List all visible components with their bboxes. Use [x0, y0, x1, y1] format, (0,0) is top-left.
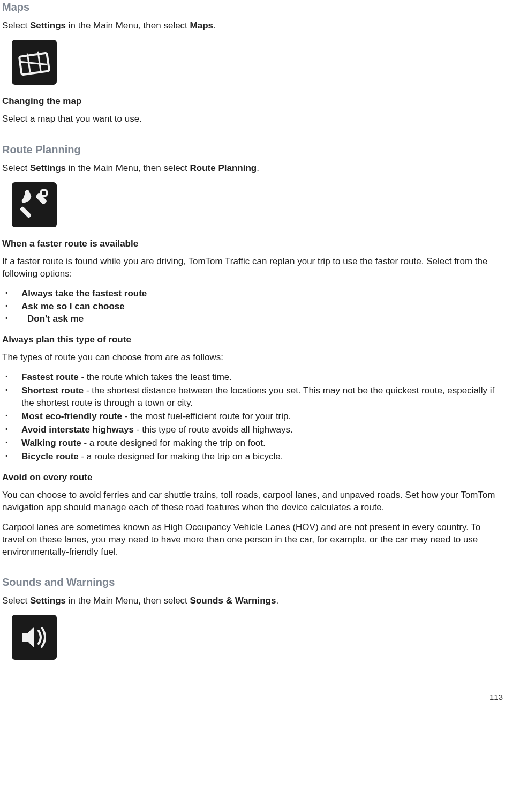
list-item: Bicycle route - a route designed for mak…	[2, 451, 503, 463]
list-item: Always take the fastest route	[2, 288, 503, 300]
route-planning-label: Route Planning	[190, 163, 257, 173]
text: .	[276, 595, 278, 606]
text: in the Main Menu, then select	[66, 20, 190, 31]
settings-label: Settings	[30, 20, 66, 31]
route-type-desc: - the route which takes the least time.	[79, 372, 232, 382]
list-item: Fastest route - the route which takes th…	[2, 371, 503, 384]
route-type-desc: - this type of route avoids all highways…	[134, 424, 293, 435]
option-label: Always take the fastest route	[21, 288, 147, 299]
avoid-paragraph-2: Carpool lanes are sometimes known as Hig…	[2, 522, 503, 558]
svg-line-3	[21, 58, 47, 69]
route-type-label: Fastest route	[21, 372, 79, 382]
always-plan-intro: The types of route you can choose from a…	[2, 352, 503, 364]
route-type-desc: - the most fuel-efficient route for your…	[122, 411, 291, 421]
text: .	[257, 163, 259, 173]
map-glyph-icon	[17, 45, 51, 79]
route-type-desc: - the shortest distance between the loca…	[21, 385, 494, 408]
list-item: Shortest route - the shortest distance b…	[2, 385, 503, 409]
route-type-label: Most eco-friendly route	[21, 411, 122, 421]
text: .	[213, 20, 216, 31]
route-type-label: Bicycle route	[21, 451, 79, 461]
svg-rect-6	[20, 206, 32, 218]
page-number: 113	[0, 671, 505, 706]
list-item: Most eco-friendly route - the most fuel-…	[2, 411, 503, 423]
faster-route-text: If a faster route is found while you are…	[2, 256, 503, 280]
avoid-heading: Avoid on every route	[2, 472, 503, 484]
list-item: Ask me so I can choose	[2, 301, 503, 313]
settings-label: Settings	[30, 163, 66, 173]
faster-options-list: Always take the fastest route Ask me so …	[2, 288, 503, 326]
list-item: Walking route - a route designed for mak…	[2, 437, 503, 450]
speaker-icon	[17, 620, 51, 654]
text: in the Main Menu, then select	[66, 163, 190, 173]
route-planning-heading: Route Planning	[2, 143, 503, 157]
sounds-warnings-label: Sounds & Warnings	[190, 595, 276, 606]
maps-label: Maps	[190, 20, 213, 31]
route-type-label: Avoid interstate highways	[21, 424, 134, 435]
changing-map-heading: Changing the map	[2, 95, 503, 108]
avoid-paragraph-1: You can choose to avoid ferries and car …	[2, 489, 503, 514]
wrench-pin-icon	[17, 188, 51, 222]
maps-icon	[12, 40, 57, 85]
route-type-desc: - a route designed for making the trip o…	[81, 438, 266, 448]
settings-label: Settings	[30, 595, 66, 606]
option-label: Don't ask me	[27, 314, 84, 324]
route-type-label: Shortest route	[21, 385, 84, 396]
text: in the Main Menu, then select	[66, 595, 190, 606]
route-types-list: Fastest route - the route which takes th…	[2, 371, 503, 463]
maps-heading: Maps	[2, 0, 503, 14]
list-item: Avoid interstate highways - this type of…	[2, 424, 503, 436]
sounds-select-text: Select Settings in the Main Menu, then s…	[2, 595, 503, 607]
changing-map-text: Select a map that you want to use.	[2, 113, 503, 125]
text: Select	[2, 163, 30, 173]
sounds-warnings-heading: Sounds and Warnings	[2, 575, 503, 590]
sounds-warnings-icon	[12, 615, 57, 660]
route-select-text: Select Settings in the Main Menu, then s…	[2, 162, 503, 175]
text: Select	[2, 595, 30, 606]
route-planning-icon	[12, 182, 57, 227]
maps-select-text: Select Settings in the Main Menu, then s…	[2, 20, 503, 32]
route-type-desc: - a route designed for making the trip o…	[79, 451, 283, 461]
svg-point-5	[41, 190, 47, 196]
faster-route-heading: When a faster route is available	[2, 238, 503, 250]
list-item: Don't ask me	[2, 313, 503, 325]
option-label: Ask me so I can choose	[21, 301, 125, 311]
text: Select	[2, 20, 30, 31]
route-type-label: Walking route	[21, 438, 81, 448]
always-plan-heading: Always plan this type of route	[2, 334, 503, 346]
